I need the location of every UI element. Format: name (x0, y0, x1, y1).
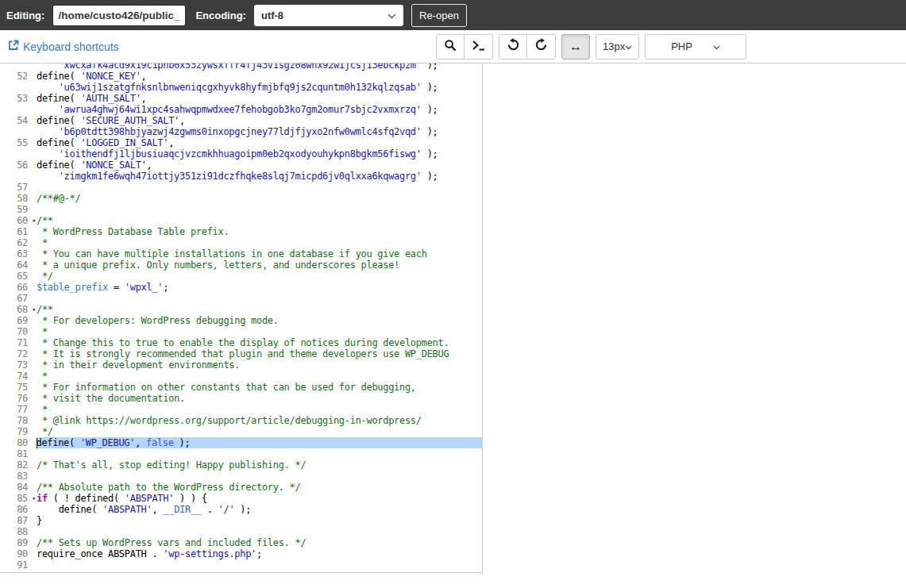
code-line[interactable]: 53define( 'AUTH_SALT', (0, 93, 482, 104)
code-line[interactable]: 54define( 'SECURE_AUTH_SALT', (0, 115, 482, 126)
code-line[interactable]: 72 * It is strongly recommended that plu… (0, 348, 482, 359)
code-line[interactable]: 'awrua4ghwj64wi1xpc4sahwqpmwdxee7fehobgo… (0, 104, 482, 115)
code-text[interactable]: * It is strongly recommended that plugin… (37, 348, 482, 359)
code-line[interactable]: 71 * Change this to true to enable the d… (0, 337, 482, 348)
code-text[interactable]: /** Absolute path to the WordPress direc… (37, 482, 482, 493)
code-line[interactable]: 83 (0, 471, 482, 482)
code-line[interactable]: 81 (0, 448, 482, 459)
code-text[interactable]: * (37, 371, 482, 382)
code-text[interactable]: * visit the documentation. (37, 393, 482, 404)
code-line[interactable]: 89/** Sets up WordPress vars and include… (0, 537, 482, 548)
code-line[interactable]: 73 * in their development environments. (0, 359, 482, 371)
code-text[interactable]: define( 'NONCE_SALT', (37, 159, 482, 171)
code-text[interactable]: 'xwcxafk4acd9x19c1pnb0x53zywsxffr4fj43v1… (37, 63, 482, 71)
code-line[interactable]: 85▾if ( ! defined( 'ABSPATH' ) ) { (0, 493, 482, 504)
code-line[interactable]: 'zimgkm1fe6wqh47iottjy351zi91dczfhqke8sl… (0, 171, 482, 182)
code-text[interactable]: * a unique prefix. Only numbers, letters… (37, 259, 482, 271)
code-text[interactable]: */ (37, 426, 482, 437)
code-line[interactable]: 52define( 'NONCE_KEY', (0, 71, 482, 82)
code-line[interactable]: 90require_once ABSPATH . 'wp-settings.ph… (0, 548, 482, 559)
code-text[interactable]: } (37, 515, 482, 526)
code-text[interactable]: require_once ABSPATH . 'wp-settings.php'… (37, 548, 482, 559)
code-line[interactable]: 'b6p0tdtt398hbjyazwj4zgwms0inxopgcjney77… (0, 126, 482, 137)
code-text[interactable] (37, 448, 482, 459)
code-text[interactable]: * For developers: WordPress debugging mo… (37, 315, 482, 326)
code-text[interactable]: 'u63wij1szatgfnksnlbnweniqcgxhyvk8hyfmjb… (37, 82, 482, 93)
code-line[interactable]: 'xwcxafk4acd9x19c1pnb0x53zywsxffr4fj43v1… (0, 63, 482, 71)
code-line[interactable]: 64 * a unique prefix. Only numbers, lett… (0, 259, 482, 271)
code-line[interactable]: 'u63wij1szatgfnksnlbnweniqcgxhyvk8hyfmjb… (0, 82, 482, 93)
code-text[interactable]: /* That's all, stop editing! Happy publi… (37, 459, 482, 471)
fold-arrow-icon[interactable]: ▾ (32, 493, 36, 504)
word-wrap-toggle[interactable]: ↔ (561, 34, 590, 60)
keyboard-shortcuts-link[interactable]: Keyboard shortcuts (8, 40, 119, 53)
code-line[interactable]: 55define( 'LOGGED_IN_SALT', (0, 137, 482, 148)
code-text[interactable]: * in their development environments. (37, 359, 482, 371)
code-line[interactable]: 87} (0, 515, 482, 526)
code-line[interactable]: 67 (0, 293, 482, 304)
code-text[interactable]: * You can have multiple installations in… (37, 248, 482, 259)
code-text[interactable]: * For information on other constants tha… (37, 382, 482, 393)
file-path-input[interactable] (52, 5, 186, 26)
code-text[interactable] (37, 204, 482, 215)
fold-arrow-icon[interactable]: ▾ (32, 304, 36, 315)
code-line[interactable]: 'ioithendfj1ljbusiuaqcjvzcmkhhuagoipm0eb… (0, 148, 482, 159)
encoding-select[interactable]: utf-8 (254, 5, 403, 26)
code-text[interactable]: $table_prefix = 'wpxl_'; (37, 282, 482, 293)
code-line[interactable]: 66$table_prefix = 'wpxl_'; (0, 282, 482, 293)
code-line[interactable]: 82/* That's all, stop editing! Happy pub… (0, 459, 482, 471)
code-text[interactable]: /** (37, 215, 482, 226)
code-line[interactable]: 60▾/** (0, 215, 482, 226)
code-line[interactable]: 63 * You can have multiple installations… (0, 248, 482, 259)
redo-button[interactable] (527, 34, 556, 60)
code-text[interactable]: * WordPress Database Table prefix. (37, 226, 482, 237)
code-text[interactable]: 'ioithendfj1ljbusiuaqcjvzcmkhhuagoipm0eb… (37, 148, 482, 159)
code-line[interactable]: 59 (0, 204, 482, 215)
code-text[interactable]: * (37, 237, 482, 248)
code-line[interactable]: 56define( 'NONCE_SALT', (0, 159, 482, 171)
code-text[interactable]: * Change this to true to enable the disp… (37, 337, 482, 348)
font-size-select[interactable]: 13px (596, 34, 639, 60)
code-editor[interactable]: 'xwcxafk4acd9x19c1pnb0x53zywsxffr4fj43v1… (0, 63, 483, 573)
code-line[interactable]: 68▾/** (0, 304, 482, 315)
code-line[interactable]: 61 * WordPress Database Table prefix. (0, 226, 482, 237)
code-text[interactable]: * @link https://wordpress.org/support/ar… (37, 415, 482, 426)
code-line[interactable]: 57 (0, 182, 482, 193)
code-line[interactable]: 88 (0, 526, 482, 537)
code-text[interactable]: 'b6p0tdtt398hbjyazwj4zgwms0inxopgcjney77… (37, 126, 482, 137)
code-line[interactable]: 69 * For developers: WordPress debugging… (0, 315, 482, 326)
code-line[interactable]: 80define( 'WP_DEBUG', false ); (0, 437, 482, 448)
code-text[interactable] (37, 471, 482, 482)
code-line[interactable]: 78 * @link https://wordpress.org/support… (0, 415, 482, 426)
code-line[interactable]: 62 * (0, 237, 482, 248)
code-line[interactable]: 79 */ (0, 426, 482, 437)
code-text[interactable]: */ (37, 271, 482, 282)
code-line[interactable]: 84/** Absolute path to the WordPress dir… (0, 482, 482, 493)
code-text[interactable]: /**#@-*/ (37, 193, 482, 204)
code-line[interactable]: 77 * (0, 404, 482, 415)
code-text[interactable] (37, 182, 482, 193)
code-text[interactable]: define( 'AUTH_SALT', (37, 93, 482, 104)
code-text[interactable]: define( 'NONCE_KEY', (37, 71, 482, 82)
code-text[interactable]: define( 'ABSPATH', __DIR__ . '/' ); (37, 504, 482, 515)
code-text[interactable] (37, 526, 482, 537)
code-line[interactable]: 75 * For information on other constants … (0, 382, 482, 393)
code-line[interactable]: 74 * (0, 371, 482, 382)
code-line[interactable]: 76 * visit the documentation. (0, 393, 482, 404)
code-line[interactable]: 91 (0, 559, 482, 571)
code-text[interactable]: * (37, 404, 482, 415)
undo-button[interactable] (499, 34, 527, 60)
code-line[interactable]: 65 */ (0, 271, 482, 282)
code-text[interactable]: define( 'WP_DEBUG', false ); (37, 437, 482, 448)
code-text[interactable] (37, 293, 482, 304)
code-text[interactable]: define( 'SECURE_AUTH_SALT', (37, 115, 482, 126)
code-text[interactable]: 'zimgkm1fe6wqh47iottjy351zi91dczfhqke8sl… (37, 171, 482, 182)
fold-arrow-icon[interactable]: ▾ (32, 215, 36, 226)
code-text[interactable]: define( 'LOGGED_IN_SALT', (37, 137, 482, 148)
code-text[interactable]: 'awrua4ghwj64wi1xpc4sahwqpmwdxee7fehobgo… (37, 104, 482, 115)
code-line[interactable]: 86 define( 'ABSPATH', __DIR__ . '/' ); (0, 504, 482, 515)
search-button[interactable] (436, 34, 465, 60)
code-text[interactable]: * (37, 326, 482, 337)
code-text[interactable]: /** (37, 304, 482, 315)
code-line[interactable]: 58/**#@-*/ (0, 193, 482, 204)
